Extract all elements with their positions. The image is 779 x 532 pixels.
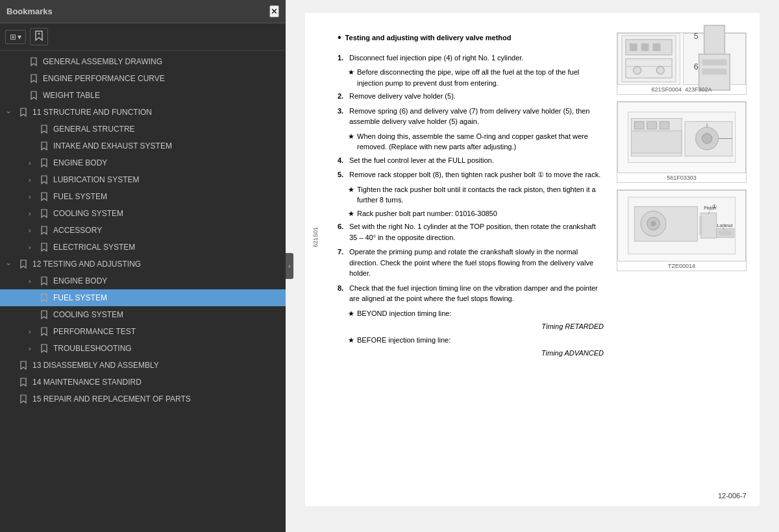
item-number: 5.: [338, 169, 347, 180]
svg-rect-11: [704, 25, 725, 56]
svg-text:Locknut: Locknut: [717, 223, 732, 228]
bookmark-label: ACCESSORY: [53, 226, 102, 235]
star-item: ★Rack pusher bolt part number: 01016-308…: [348, 208, 604, 219]
expand-arrow-icon[interactable]: [29, 226, 38, 234]
expand-arrow-icon[interactable]: [29, 159, 38, 167]
svg-text:①: ①: [712, 204, 717, 210]
expand-arrow-icon[interactable]: [8, 108, 17, 116]
bookmark-label: ENGINE PERFORMANCE CURVE: [43, 74, 165, 83]
bookmark-item-general-structre[interactable]: GENERAL STRUCTRE: [0, 121, 286, 138]
bookmark-item-fuel-system-2[interactable]: FUEL SYSTEM: [0, 289, 286, 306]
numbered-item: 3.Remove spring (6) and delivery valve (…: [338, 106, 604, 127]
bookmark-list: GENERAL ASSEMBLY DRAWINGENGINE PERFORMAN…: [0, 51, 286, 532]
bookmark-ribbon-icon: [39, 293, 49, 303]
bookmark-item-engine-body-2[interactable]: ENGINE BODY: [0, 272, 286, 289]
expand-arrow-icon[interactable]: [29, 176, 38, 184]
item-text: Remove rack stopper bolt (8), then tight…: [349, 169, 600, 180]
item-number: 8.: [338, 283, 347, 304]
svg-rect-14: [702, 68, 727, 74]
svg-point-9: [634, 67, 641, 75]
bookmark-label: 11 STRUCTURE AND FUNCTION: [32, 108, 152, 117]
sidebar: Bookmarks ✕ ⊞ ▾ GENERAL ASSEMBLY DRAWING…: [0, 0, 286, 532]
star-item: ★When doing this, assemble the same O-ri…: [348, 131, 604, 152]
image-1b: 5 6: [683, 33, 746, 85]
expand-arrow-icon[interactable]: [29, 345, 38, 352]
collapse-handle[interactable]: ‹: [286, 253, 293, 279]
bookmark-item-ch15[interactable]: 15 REPAIR AND REPLACEMENT OF PARTS: [0, 391, 286, 407]
bookmark-label: COOLING SYSTEM: [53, 310, 123, 319]
expand-arrow-icon[interactable]: [8, 260, 17, 268]
svg-rect-33: [700, 213, 716, 239]
expand-all-button[interactable]: ⊞ ▾: [5, 30, 26, 44]
star-item: ★Tighten the rack pusher bolt until it c…: [348, 184, 604, 206]
img-caption-3: TZE00014: [617, 261, 746, 271]
bookmark-ribbon-icon: [29, 56, 39, 67]
bookmark-ribbon-icon: [39, 225, 49, 236]
bookmark-ribbon-icon: [18, 377, 29, 387]
images-column: 5 6 621SF0004 423F302A: [617, 32, 747, 361]
bookmark-label: ENGINE BODY: [53, 158, 107, 167]
item-text: Tighten the rack pusher bolt until it co…: [357, 184, 604, 206]
bookmark-item-accessory[interactable]: ACCESSORY: [0, 222, 286, 239]
numbered-item: 6.Set with the right No. 1 cylinder at t…: [338, 221, 604, 243]
image-block-1: 5 6 621SF0004 423F302A: [617, 32, 747, 95]
section-heading: Testing and adjusting with delivery valv…: [345, 32, 512, 43]
svg-rect-20: [647, 122, 657, 130]
bookmark-label: 13 DISASSEMBLY AND ASSEMBLY: [32, 361, 159, 370]
bookmark-ribbon-icon: [39, 141, 49, 151]
sidebar-title: Bookmarks: [6, 6, 53, 16]
item-number: 1.: [338, 53, 347, 64]
bookmark-label: 12 TESTING AND ADJUSTING: [32, 260, 141, 269]
item-text: Operate the priming pump and rotate the …: [349, 247, 604, 279]
star-icon: ★: [348, 308, 354, 319]
expand-arrow-icon: ▾: [18, 32, 21, 42]
img-caption-2: 561F03303: [617, 173, 746, 182]
main-content: 621S01 • Testing and adjusting with deli…: [286, 0, 779, 532]
svg-rect-19: [634, 122, 644, 130]
bookmark-item-troubleshooting[interactable]: TROUBLESHOOTING: [0, 340, 286, 357]
close-button[interactable]: ✕: [269, 5, 279, 18]
bookmark-item-ch12[interactable]: 12 TESTING AND ADJUSTING: [0, 256, 286, 272]
star-icon: ★: [348, 67, 354, 88]
bookmark-item-ch14[interactable]: 14 MAINTENANCE STANDIRD: [0, 374, 286, 391]
bookmark-ribbon-icon: [39, 326, 49, 337]
bookmark-item-electrical[interactable]: ELECTRICAL SYSTEM: [0, 239, 286, 256]
bookmark-label: LUBRICATION SYSTEM: [53, 175, 139, 184]
bookmark-item-fuel-system-1[interactable]: FUEL SYSTEM: [0, 188, 286, 205]
bookmark-item-lubrication[interactable]: LUBRICATION SYSTEM: [0, 171, 286, 188]
bookmark-item-engine-body-1[interactable]: ENGINE BODY: [0, 154, 286, 171]
bookmark-item-performance-test[interactable]: PERFORMANCE TEST: [0, 323, 286, 340]
item-text: BEYOND injection timing line:: [357, 308, 452, 319]
page-number: 12-006-7: [718, 492, 747, 500]
item-text: Set the fuel control lever at the FULL p…: [349, 155, 494, 166]
svg-text:6: 6: [694, 62, 699, 71]
numbered-item: 4.Set the fuel control lever at the FULL…: [338, 155, 604, 166]
bookmark-label: PERFORMANCE TEST: [53, 327, 136, 336]
bookmark-item-ch11[interactable]: 11 STRUCTURE AND FUNCTION: [0, 104, 286, 121]
bookmark-item-engine-performance[interactable]: ENGINE PERFORMANCE CURVE: [0, 70, 286, 87]
expand-arrow-icon[interactable]: [29, 328, 38, 335]
expand-arrow-icon[interactable]: [29, 277, 38, 285]
bookmark-item-cooling-1[interactable]: COOLING SYSTEM: [0, 205, 286, 222]
bookmark-item-general-assembly[interactable]: GENERAL ASSEMBLY DRAWING: [0, 53, 286, 70]
expand-arrow-icon[interactable]: [29, 193, 38, 200]
bookmark-item-weight-table[interactable]: WEIGHT TABLE: [0, 87, 286, 104]
bookmark-icon: [34, 30, 43, 43]
item-text: Remove spring (6) and delivery valve (7)…: [349, 106, 604, 127]
bookmark-item-intake-exhaust[interactable]: INTAKE AND EXHAUST SYSTEM: [0, 138, 286, 154]
content-items: 1.Disconnect fuel injection pipe (4) of …: [338, 53, 604, 359]
bookmark-button[interactable]: [30, 28, 48, 45]
svg-rect-7: [626, 59, 672, 79]
expand-arrow-icon[interactable]: [29, 243, 38, 251]
item-text: Rack pusher bolt part number: 01016-3085…: [357, 208, 497, 219]
star-icon: ★: [348, 208, 354, 219]
image-3: Piston ① Locknut: [617, 190, 746, 261]
bookmark-item-ch13[interactable]: 13 DISASSEMBLY AND ASSEMBLY: [0, 357, 286, 374]
bookmark-label: ENGINE BODY: [53, 276, 107, 285]
timing-line: Timing ADVANCED: [351, 348, 604, 359]
svg-rect-34: [699, 216, 702, 235]
bookmark-item-cooling-2[interactable]: COOLING SYSTEM: [0, 306, 286, 323]
expand-arrow-icon[interactable]: [29, 210, 38, 217]
numbered-item: 7.Operate the priming pump and rotate th…: [338, 247, 604, 279]
item-text: Before disconnecting the pipe, wipe off …: [357, 67, 604, 88]
